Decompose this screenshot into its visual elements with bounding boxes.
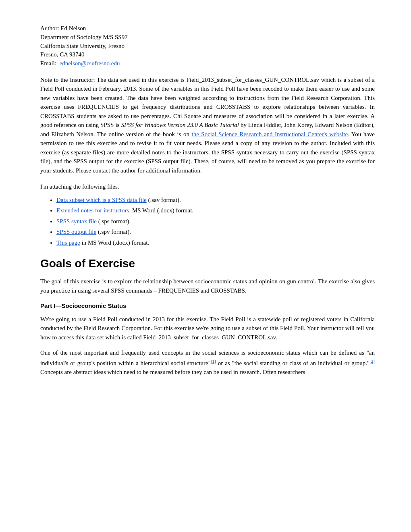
file-list: Data subset which is a SPSS data file (.… [56,195,375,247]
list-item: Data subset which is a SPSS data file (.… [56,195,375,205]
para2-mid: or as "the social standing or class of a… [216,360,369,366]
file-suffix-2: . MS Word (.docx) format. [129,207,193,214]
instructor-note: Note to the Instructor: The data set use… [40,75,375,175]
part1-paragraph1: We're going to use a Field Poll conducte… [40,315,375,342]
output-file-link[interactable]: SPSS output file [56,229,96,235]
part1-heading: Part I—Socioeconomic Status [40,301,375,311]
para2-end: Concepts are abstract ideas which need t… [40,369,305,375]
goals-paragraph: The goal of this exercise is to explore … [40,277,375,295]
note-text-part1: Note to the Instructor: The data set use… [40,77,375,129]
list-item: This page in MS Word (.docx) format. [56,238,375,247]
footnote1-link[interactable]: [1] [211,359,216,364]
syntax-file-link[interactable]: SPSS syntax file [56,218,97,224]
this-page-link[interactable]: This page [56,239,80,246]
attaching-line: I'm attaching the following files. [40,182,375,191]
author-city: Fresno, CA 93740 [40,50,375,59]
list-item: Extended notes for instructors. MS Word … [56,206,375,215]
list-item: SPSS output file (.spv format). [56,227,375,237]
footnote2-link[interactable]: [2] [369,359,375,364]
part1-paragraph2: One of the most important and frequently… [40,348,375,377]
book-title: SPSS for Windows Version 23.0 A Basic Tu… [121,122,239,128]
file-suffix-5: in MS Word (.docx) format. [80,239,149,246]
author-email: Email: ednelson@csufresno.edu [40,59,375,68]
author-department: Department of Sociology M/S SS97 [40,33,375,42]
email-link[interactable]: ednelson@csufresno.edu [60,60,120,66]
author-block: Author: Ed Nelson Department of Sociolog… [40,24,375,68]
extended-notes-link[interactable]: Extended notes for instructors [56,207,129,214]
file-suffix-4: (.spv format). [96,229,131,235]
ssric-link[interactable]: the Social Science Research and Instruct… [191,131,349,137]
author-name: Author: Ed Nelson [40,24,375,33]
list-item: SPSS syntax file (.sps format). [56,217,375,226]
file-suffix-1: (.sav format). [147,197,181,203]
data-subset-link[interactable]: Data subset which is a SPSS data file [56,197,147,203]
file-suffix-3: (.sps format). [97,218,131,224]
goals-heading: Goals of Exercise [40,255,375,272]
author-university: California State University, Fresno [40,42,375,51]
